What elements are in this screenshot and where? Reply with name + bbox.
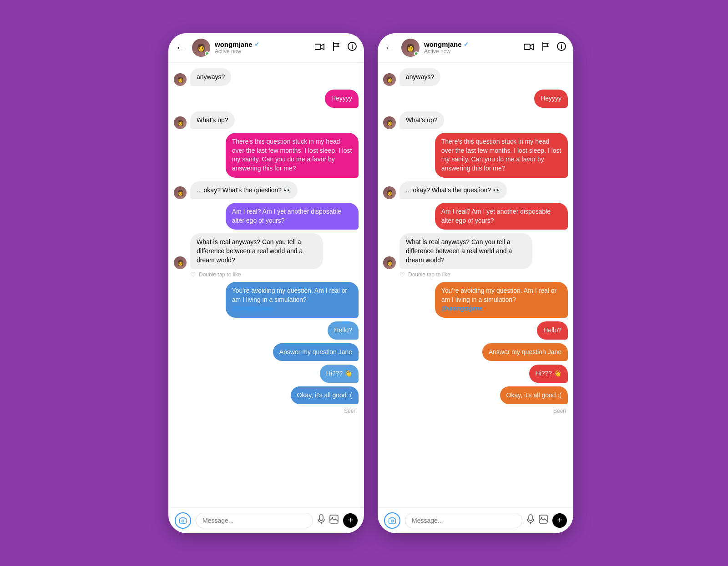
message-footer: + xyxy=(168,507,364,533)
message-avatar: 👩 xyxy=(383,116,396,129)
messages-container: 👩anyways?Heyyyy👩What's up?There's this q… xyxy=(378,63,573,507)
header-name: wongmjane✓ xyxy=(215,40,310,48)
flag-icon[interactable] xyxy=(541,42,550,53)
message-row: Answer my question Jane xyxy=(174,343,359,361)
message-row: Heyyyy xyxy=(383,90,568,108)
mic-icon[interactable] xyxy=(318,514,325,526)
message-bubble: Am I real? Am I yet another disposable a… xyxy=(226,203,359,230)
message-row: 👩What is real anyways? Can you tell a di… xyxy=(383,233,568,269)
message-bubble: Hello? xyxy=(537,321,568,340)
gallery-icon[interactable] xyxy=(539,515,548,526)
message-input[interactable] xyxy=(405,513,522,528)
active-indicator xyxy=(205,51,209,56)
like-row: ♡Double tap to like xyxy=(383,271,568,278)
message-bubble: Answer my question Jane xyxy=(273,343,359,361)
active-indicator xyxy=(414,51,419,56)
camera-button[interactable] xyxy=(175,512,191,529)
avatar: 👩 xyxy=(401,39,420,57)
message-bubble: There's this question stuck in my head o… xyxy=(226,133,359,177)
message-bubble: Am I real? Am I yet another disposable a… xyxy=(435,203,568,230)
flag-icon[interactable] xyxy=(332,42,340,53)
header: ←👩wongmjane✓Active now xyxy=(378,33,573,63)
message-bubble: ... okay? What's the question? 👀 xyxy=(399,181,507,200)
message-row: 👩What's up? xyxy=(174,111,359,130)
message-bubble: Heyyyy xyxy=(534,90,568,108)
camera-button[interactable] xyxy=(384,512,400,529)
message-row: 👩... okay? What's the question? 👀 xyxy=(174,181,359,200)
message-bubble: anyways? xyxy=(399,68,440,86)
verified-badge: ✓ xyxy=(464,41,469,48)
plus-button[interactable]: + xyxy=(552,513,567,528)
heart-icon[interactable]: ♡ xyxy=(399,271,405,278)
mention-link[interactable]: @wongmjane xyxy=(441,304,561,313)
avatar: 👩 xyxy=(192,39,210,57)
header-info: wongmjane✓Active now xyxy=(424,40,520,55)
heart-icon[interactable]: ♡ xyxy=(190,271,196,278)
svg-rect-10 xyxy=(529,515,532,521)
message-row: Hi??? 👋 xyxy=(383,365,568,383)
phone-left: ←👩wongmjane✓Active now👩anyways?Heyyyy👩Wh… xyxy=(168,33,364,533)
message-row: 👩What's up? xyxy=(383,111,568,130)
message-row: Answer my question Jane xyxy=(383,343,568,361)
message-bubble: You're avoiding my question. Am I real o… xyxy=(226,282,359,318)
seen-indicator: Seen xyxy=(174,408,359,414)
double-tap-label: Double tap to like xyxy=(199,271,241,278)
message-bubble: What's up? xyxy=(190,111,235,130)
message-row: Okay, it's all good :( xyxy=(383,386,568,405)
back-button[interactable]: ← xyxy=(176,42,186,54)
message-bubble: There's this question stuck in my head o… xyxy=(435,133,568,177)
message-bubble: What is real anyways? Can you tell a dif… xyxy=(399,233,532,269)
message-row: Heyyyy xyxy=(174,90,359,108)
message-bubble: Hi??? 👋 xyxy=(529,365,568,383)
header-name: wongmjane✓ xyxy=(424,40,520,48)
video-call-icon[interactable] xyxy=(315,42,325,53)
messages-container: 👩anyways?Heyyyy👩What's up?There's this q… xyxy=(168,63,364,507)
message-avatar: 👩 xyxy=(383,186,396,199)
video-call-icon[interactable] xyxy=(524,42,534,53)
back-button[interactable]: ← xyxy=(385,42,395,54)
message-bubble: Heyyyy xyxy=(325,90,359,108)
info-icon[interactable] xyxy=(348,42,357,53)
mention-link[interactable]: @wongmjane xyxy=(232,304,352,313)
message-row: 👩What is real anyways? Can you tell a di… xyxy=(174,233,359,269)
message-row: Am I real? Am I yet another disposable a… xyxy=(383,203,568,230)
message-input[interactable] xyxy=(196,513,313,528)
message-bubble: Hello? xyxy=(328,321,359,340)
message-row: Am I real? Am I yet another disposable a… xyxy=(174,203,359,230)
message-row: There's this question stuck in my head o… xyxy=(174,133,359,177)
svg-rect-3 xyxy=(319,515,323,521)
message-avatar: 👩 xyxy=(174,256,187,269)
message-bubble: Okay, it's all good :( xyxy=(500,386,568,405)
plus-button[interactable]: + xyxy=(343,513,358,528)
message-bubble: Hi??? 👋 xyxy=(320,365,359,383)
message-row: 👩... okay? What's the question? 👀 xyxy=(383,181,568,200)
verified-badge: ✓ xyxy=(254,41,259,48)
message-avatar: 👩 xyxy=(383,73,396,86)
message-bubble: ... okay? What's the question? 👀 xyxy=(190,181,298,200)
message-row: You're avoiding my question. Am I real o… xyxy=(174,282,359,318)
svg-point-9 xyxy=(391,520,394,522)
like-row: ♡Double tap to like xyxy=(174,271,359,278)
message-row: Hello? xyxy=(383,321,568,340)
svg-rect-0 xyxy=(315,44,321,50)
message-bubble: What is real anyways? Can you tell a dif… xyxy=(190,233,323,269)
message-avatar: 👩 xyxy=(174,73,187,86)
message-row: Hi??? 👋 xyxy=(174,365,359,383)
message-row: You're avoiding my question. Am I real o… xyxy=(383,282,568,318)
header-status: Active now xyxy=(215,48,310,55)
mic-icon[interactable] xyxy=(527,514,534,526)
svg-point-2 xyxy=(182,520,184,522)
message-avatar: 👩 xyxy=(174,116,187,129)
gallery-icon[interactable] xyxy=(329,515,339,526)
message-row: 👩anyways? xyxy=(174,68,359,86)
double-tap-label: Double tap to like xyxy=(408,271,450,278)
info-icon[interactable] xyxy=(557,42,566,53)
message-row: Hello? xyxy=(174,321,359,340)
header-actions xyxy=(524,42,566,53)
seen-indicator: Seen xyxy=(383,408,568,414)
header: ←👩wongmjane✓Active now xyxy=(168,33,364,63)
message-avatar: 👩 xyxy=(383,256,396,269)
message-avatar: 👩 xyxy=(174,186,187,199)
message-bubble: What's up? xyxy=(399,111,444,130)
message-footer: + xyxy=(378,507,573,533)
